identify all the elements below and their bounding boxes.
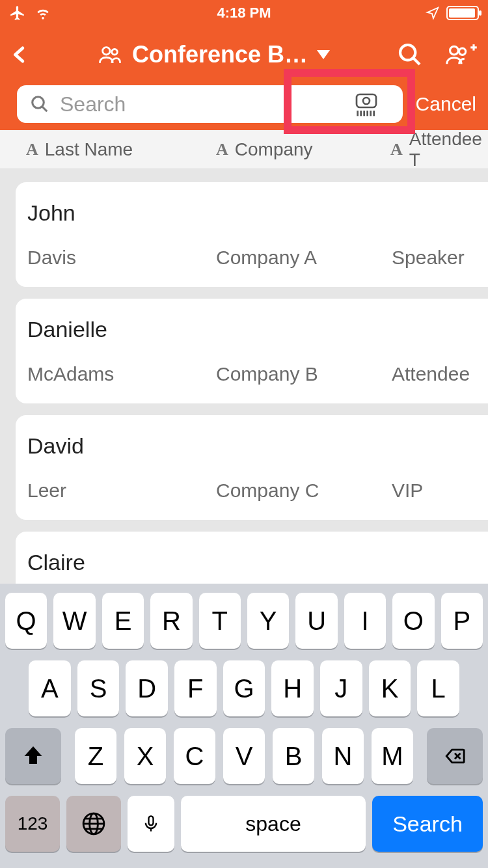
key-g[interactable]: G [223, 660, 265, 716]
globe-key[interactable] [66, 796, 121, 852]
key-k[interactable]: K [369, 660, 411, 716]
status-bar: 4:18 PM [0, 0, 488, 26]
people-icon [97, 44, 123, 66]
space-key[interactable]: space [181, 796, 366, 852]
key-x[interactable]: X [124, 728, 166, 784]
key-q[interactable]: Q [5, 593, 47, 649]
attendee-firstname: Danielle [27, 317, 488, 342]
svg-point-2 [400, 45, 415, 60]
attendee-type: Attendee [392, 363, 488, 385]
col-company-label: Company [235, 139, 313, 160]
add-attendee-button[interactable] [445, 42, 478, 67]
keyboard-search-key[interactable]: Search [372, 796, 483, 852]
search-icon [30, 94, 49, 114]
attendee-company: Company B [216, 363, 392, 385]
key-o[interactable]: O [392, 593, 434, 649]
key-w[interactable]: W [53, 593, 95, 649]
key-d[interactable]: D [126, 660, 168, 716]
key-u[interactable]: U [295, 593, 337, 649]
attendee-firstname: Claire [27, 550, 488, 575]
svg-point-5 [459, 48, 466, 55]
keyboard: QWERTYUIOP ASDFGHJKL ZXCVBNM 123 space S… [0, 584, 488, 868]
keyboard-row-2: ASDFGHJKL [5, 660, 483, 716]
key-a[interactable]: A [29, 660, 71, 716]
svg-point-8 [33, 97, 44, 109]
svg-line-9 [42, 107, 47, 112]
numbers-key[interactable]: 123 [5, 796, 60, 852]
key-p[interactable]: P [441, 593, 483, 649]
attendee-firstname: John [27, 200, 488, 226]
title-dropdown[interactable]: Conference B… [43, 41, 384, 68]
chevron-down-icon [317, 50, 330, 59]
list-item[interactable]: Danielle McAdams Company B Attendee [16, 299, 488, 403]
keyboard-row-1: QWERTYUIOP [5, 593, 483, 649]
key-y[interactable]: Y [247, 593, 289, 649]
key-l[interactable]: L [417, 660, 459, 716]
col-lastname-label: Last Name [45, 139, 133, 160]
svg-point-1 [112, 49, 118, 55]
keyboard-row-4: 123 space Search [5, 796, 483, 852]
backspace-key[interactable] [427, 728, 483, 784]
key-v[interactable]: V [223, 728, 265, 784]
keyboard-row-3: ZXCVBNM [5, 728, 483, 784]
sort-icon: A [390, 140, 403, 159]
page-title: Conference B… [132, 41, 308, 68]
sort-by-company[interactable]: A Company [216, 139, 390, 160]
svg-line-3 [413, 58, 420, 64]
dictation-key[interactable] [128, 796, 174, 852]
svg-point-0 [103, 47, 110, 55]
key-c[interactable]: C [174, 728, 215, 784]
key-m[interactable]: M [372, 728, 413, 784]
svg-rect-10 [357, 94, 376, 107]
col-type-label: Attendee T [409, 129, 488, 170]
column-headers: A Last Name A Company A Attendee T [0, 130, 488, 169]
attendee-type: Speaker [392, 247, 488, 269]
key-z[interactable]: Z [75, 728, 116, 784]
cancel-button[interactable]: Cancel [416, 93, 476, 115]
svg-point-11 [363, 98, 370, 104]
key-r[interactable]: R [150, 593, 192, 649]
attendee-company: Company A [216, 247, 392, 269]
status-time: 4:18 PM [0, 5, 488, 21]
barcode-scan-button[interactable] [343, 91, 390, 117]
attendee-firstname: David [27, 433, 488, 459]
attendee-list[interactable]: John Davis Company A Speaker Danielle Mc… [0, 182, 488, 608]
sort-icon: A [216, 140, 228, 159]
key-b[interactable]: B [273, 728, 314, 784]
nav-bar: Conference B… [0, 26, 488, 83]
attendee-lastname: Leer [27, 480, 216, 502]
key-e[interactable]: E [102, 593, 144, 649]
battery-icon [446, 6, 479, 20]
search-button[interactable] [397, 42, 423, 68]
key-t[interactable]: T [199, 593, 241, 649]
list-item[interactable]: David Leer Company C VIP [16, 415, 488, 520]
key-s[interactable]: S [77, 660, 120, 716]
list-item[interactable]: John Davis Company A Speaker [16, 182, 488, 287]
key-n[interactable]: N [322, 728, 364, 784]
key-f[interactable]: F [174, 660, 217, 716]
shift-key[interactable] [5, 728, 61, 784]
attendee-company: Company C [216, 480, 392, 502]
key-h[interactable]: H [271, 660, 314, 716]
back-button[interactable] [10, 40, 30, 70]
search-row: Cancel [0, 83, 488, 130]
search-input[interactable] [60, 92, 332, 116]
attendee-lastname: McAdams [27, 363, 216, 385]
svg-rect-23 [149, 816, 154, 825]
key-j[interactable]: J [320, 660, 362, 716]
attendee-type: VIP [392, 480, 488, 502]
search-field-container [17, 85, 403, 123]
svg-point-4 [450, 46, 459, 55]
sort-icon: A [26, 140, 38, 159]
attendee-lastname: Davis [27, 247, 216, 269]
sort-by-type[interactable]: A Attendee T [390, 129, 488, 170]
sort-by-lastname[interactable]: A Last Name [26, 139, 216, 160]
key-i[interactable]: I [344, 593, 386, 649]
